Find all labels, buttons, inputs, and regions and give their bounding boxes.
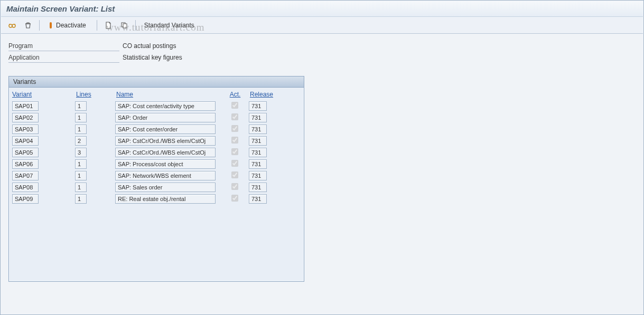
cell-name[interactable]: SAP: Sales order: [115, 183, 216, 192]
col-header-name[interactable]: Name: [115, 91, 223, 98]
cell-release[interactable]: 731: [249, 183, 267, 192]
cell-name[interactable]: RE: Real estate obj./rental: [115, 194, 216, 204]
cell-variant[interactable]: SAP02: [12, 113, 39, 122]
cell-act-checkbox[interactable]: [231, 171, 238, 178]
variants-panel: Variants Variant Lines Name Act. Release…: [8, 76, 304, 282]
cell-lines[interactable]: 3: [75, 148, 87, 157]
cell-release[interactable]: 731: [249, 194, 267, 204]
cell-act-checkbox[interactable]: [231, 113, 238, 120]
col-header-act[interactable]: Act.: [227, 91, 242, 98]
form-area: Program CO actual postings Application S…: [1, 34, 643, 66]
grid-header-row: Variant Lines Name Act. Release: [11, 89, 302, 100]
variants-grid: Variant Lines Name Act. Release SAP011SA…: [9, 88, 304, 206]
col-header-release[interactable]: Release: [249, 91, 281, 98]
form-row-program: Program CO actual postings: [8, 40, 636, 52]
deactivate-icon: [48, 22, 53, 29]
cell-name[interactable]: SAP: Cost center/activity type: [115, 101, 216, 111]
cell-variant[interactable]: SAP04: [12, 136, 39, 146]
cell-release[interactable]: 731: [249, 125, 267, 134]
cell-act-checkbox[interactable]: [231, 148, 238, 155]
table-row[interactable]: SAP053SAP: CstCr/Ord./WBS elem/CstOj731: [11, 147, 302, 158]
cell-lines[interactable]: 1: [75, 183, 87, 192]
program-value: CO actual postings: [119, 41, 179, 51]
cell-variant[interactable]: SAP05: [12, 148, 39, 157]
cell-variant[interactable]: SAP08: [12, 183, 39, 192]
svg-rect-4: [123, 24, 127, 28]
deactivate-label: Deactivate: [56, 22, 86, 29]
application-value: Statistical key figures: [119, 53, 185, 62]
separator: [135, 20, 136, 31]
table-row[interactable]: SAP081SAP: Sales order731: [11, 182, 302, 193]
cell-variant[interactable]: SAP01: [12, 101, 39, 111]
grid-body: SAP011SAP: Cost center/activity type731S…: [11, 100, 302, 205]
table-row[interactable]: SAP071SAP: Network/WBS element731: [11, 170, 302, 182]
table-row[interactable]: SAP061SAP: Process/cost object731: [11, 158, 302, 170]
standard-variants-button[interactable]: Standard Variants: [141, 20, 200, 31]
program-label: Program: [8, 41, 119, 51]
cell-lines[interactable]: 1: [75, 171, 87, 180]
cell-act-checkbox[interactable]: [231, 102, 238, 109]
svg-rect-2: [50, 22, 52, 28]
cell-release[interactable]: 731: [249, 148, 267, 157]
cell-lines[interactable]: 1: [75, 194, 87, 204]
form-row-application: Application Statistical key figures: [8, 52, 636, 63]
cell-name[interactable]: SAP: Order: [115, 113, 216, 122]
cell-lines[interactable]: 1: [75, 101, 87, 111]
cell-release[interactable]: 731: [249, 159, 267, 169]
cell-release[interactable]: 731: [249, 136, 267, 146]
cell-lines[interactable]: 1: [75, 113, 87, 122]
title-bar: Maintain Screen Variant: List: [1, 1, 643, 17]
cell-variant[interactable]: SAP07: [12, 171, 39, 180]
cell-name[interactable]: SAP: Cost center/order: [115, 125, 216, 134]
cell-act-checkbox[interactable]: [231, 195, 238, 202]
cell-release[interactable]: 731: [249, 101, 267, 111]
standard-variants-label: Standard Variants: [144, 22, 194, 29]
separator: [97, 20, 97, 31]
col-header-variant[interactable]: Variant: [11, 91, 72, 98]
table-row[interactable]: SAP021SAP: Order731: [11, 112, 302, 123]
table-row[interactable]: SAP011SAP: Cost center/activity type731: [11, 100, 302, 112]
cell-act-checkbox[interactable]: [231, 183, 238, 190]
toolbar: Deactivate Standard Variants: [1, 17, 643, 34]
cell-lines[interactable]: 1: [75, 125, 87, 134]
cell-act-checkbox[interactable]: [231, 125, 238, 132]
trash-icon[interactable]: [22, 20, 34, 31]
cell-release[interactable]: 731: [249, 171, 267, 180]
col-header-lines[interactable]: Lines: [75, 91, 112, 98]
table-row[interactable]: SAP031SAP: Cost center/order731: [11, 123, 302, 135]
new-doc-icon[interactable]: [102, 20, 114, 31]
cell-lines[interactable]: 2: [75, 136, 87, 146]
copy-icon[interactable]: [118, 20, 130, 31]
svg-point-0: [9, 24, 12, 27]
cell-variant[interactable]: SAP09: [12, 194, 39, 204]
table-row[interactable]: SAP042SAP: CstCr/Ord./WBS elem/CstOj731: [11, 135, 302, 147]
svg-point-1: [12, 24, 15, 27]
table-row[interactable]: SAP091RE: Real estate obj./rental731: [11, 193, 302, 205]
deactivate-button[interactable]: Deactivate: [45, 20, 91, 31]
cell-name[interactable]: SAP: CstCr/Ord./WBS elem/CstOj: [115, 136, 216, 146]
cell-name[interactable]: SAP: CstCr/Ord./WBS elem/CstOj: [115, 148, 216, 157]
panel-title: Variants: [9, 77, 304, 88]
cell-variant[interactable]: SAP06: [12, 159, 39, 169]
cell-name[interactable]: SAP: Process/cost object: [115, 159, 216, 169]
application-label: Application: [8, 52, 119, 63]
cell-name[interactable]: SAP: Network/WBS element: [115, 171, 216, 180]
cell-act-checkbox[interactable]: [231, 137, 238, 144]
page-title: Maintain Screen Variant: List: [6, 4, 638, 13]
cell-release[interactable]: 731: [249, 113, 267, 122]
glasses-icon[interactable]: [6, 20, 18, 31]
cell-lines[interactable]: 1: [75, 159, 87, 169]
cell-variant[interactable]: SAP03: [12, 125, 39, 134]
separator: [39, 20, 40, 31]
cell-act-checkbox[interactable]: [231, 160, 238, 167]
